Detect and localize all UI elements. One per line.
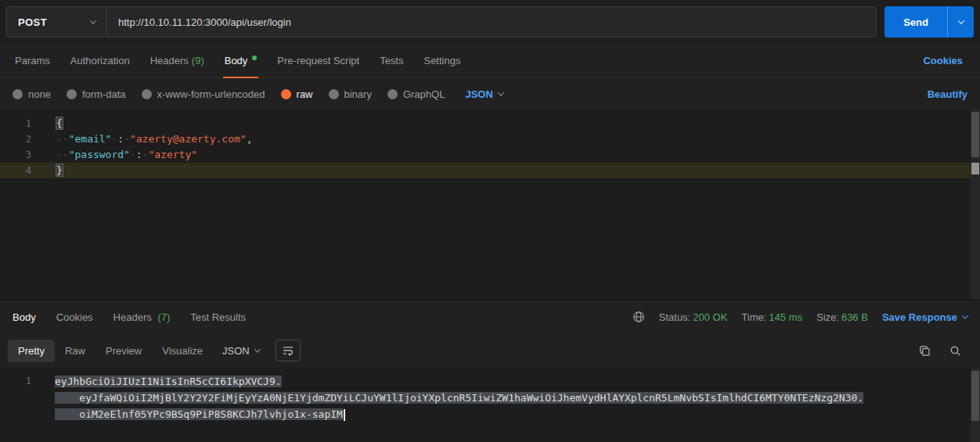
save-response-button[interactable]: Save Response: [882, 311, 967, 323]
wrap-text-button[interactable]: [276, 340, 301, 361]
status-label: Status:: [659, 311, 690, 323]
tab-label: Params: [15, 55, 50, 66]
tab-headers[interactable]: Headers (9): [140, 44, 214, 77]
tab-label: Pre-request Script: [277, 55, 359, 66]
request-body-editor[interactable]: 1 { 2 ··"email"·:·"azerty@azerty.com", 3…: [0, 110, 980, 300]
unsaved-changes-dot: [252, 56, 257, 60]
scrollbar-thumb[interactable]: [971, 112, 979, 157]
code-token: :: [136, 149, 142, 160]
send-button-group: Send: [885, 6, 974, 38]
response-body-viewer[interactable]: 1 eyJhbGciOiJIUzI1NiIsInR5cCI6IkpXVCJ9. …: [0, 368, 980, 442]
scrollbar-thumb[interactable]: [971, 371, 979, 421]
status-badge: Status:200 OK: [659, 311, 728, 323]
radio-icon: [67, 89, 77, 99]
cookies-link[interactable]: Cookies: [923, 55, 963, 66]
tab-tests[interactable]: Tests: [369, 44, 413, 77]
body-type-options: none form-data x-www-form-urlencoded raw…: [0, 78, 980, 110]
copy-response-button[interactable]: [919, 345, 931, 357]
body-type-graphql[interactable]: GraphQL: [387, 88, 445, 100]
chevron-down-icon: [90, 17, 96, 23]
code-token: "email": [69, 133, 112, 145]
radio-label: form-data: [82, 88, 126, 100]
tab-settings[interactable]: Settings: [413, 44, 470, 77]
response-scrollbar[interactable]: [971, 368, 980, 442]
response-code: eyJfaWQiOiI2MjBlY2Y2Y2FiMjEyYzA0NjE1Yjdm…: [39, 390, 863, 406]
body-type-none[interactable]: none: [13, 88, 51, 100]
code-token: "azerty": [148, 149, 197, 160]
size-label: Size:: [816, 311, 839, 323]
method-dropdown[interactable]: POST: [7, 7, 107, 37]
line-number: 1: [0, 373, 39, 390]
body-type-raw[interactable]: raw: [281, 88, 313, 100]
radio-label: GraphQL: [403, 88, 445, 100]
radio-label: binary: [344, 88, 372, 100]
radio-selected-icon: [281, 89, 291, 99]
response-format-dropdown[interactable]: JSON: [213, 340, 269, 362]
request-tabs: Params Authorization Headers (9) Body Pr…: [0, 44, 980, 78]
tab-label: Settings: [423, 55, 460, 66]
view-visualize-button[interactable]: Visualize: [152, 340, 213, 362]
tab-label: Test Results: [190, 311, 246, 323]
response-code: eyJhbGciOiJIUzI1NiIsInR5cCI6IkpXVCJ9.: [39, 373, 282, 390]
jwt-token-segment: eyJhbGciOiJIUzI1NiIsInR5cCI6IkpXVCJ9.: [55, 376, 282, 387]
tab-label: Authorization: [70, 55, 130, 66]
tab-label: Body: [225, 55, 248, 66]
time-value: 145 ms: [769, 311, 802, 323]
body-language-dropdown[interactable]: JSON: [465, 88, 503, 100]
line-number: 3: [0, 147, 39, 163]
response-view-toolbar: Pretty Raw Preview Visualize JSON: [0, 333, 980, 368]
code-content: ··"password"·:·"azerty": [39, 147, 197, 163]
code-content: ··"email"·:·"azerty@azerty.com",: [39, 131, 252, 147]
response-header: Body Cookies Headers (7) Test Results St…: [0, 300, 980, 333]
language-label: JSON: [465, 88, 492, 100]
method-label: POST: [18, 16, 47, 28]
view-pretty-button[interactable]: Pretty: [8, 340, 55, 362]
search-response-button[interactable]: [949, 345, 961, 357]
beautify-link[interactable]: Beautify: [928, 88, 967, 100]
code-token: ··: [56, 149, 69, 160]
response-tab-cookies[interactable]: Cookies: [56, 311, 93, 323]
wrap-text-icon: [282, 344, 294, 357]
body-type-binary[interactable]: binary: [329, 88, 372, 100]
code-token: ,: [247, 133, 253, 145]
code-token: ··: [56, 133, 69, 145]
headers-count: (7): [157, 311, 170, 323]
text-cursor: [344, 409, 345, 421]
time-badge: Time:145 ms: [741, 311, 802, 323]
radio-icon: [329, 89, 339, 99]
tab-body[interactable]: Body: [214, 44, 268, 77]
chevron-down-icon: [962, 312, 968, 318]
body-type-x-www-form-urlencoded[interactable]: x-www-form-urlencoded: [142, 88, 265, 100]
tab-params[interactable]: Params: [5, 44, 60, 77]
tab-authorization[interactable]: Authorization: [60, 44, 140, 77]
send-options-button[interactable]: [947, 6, 974, 38]
code-token: :: [117, 133, 124, 145]
tab-label: Cookies: [56, 311, 93, 323]
line-number: 4: [0, 163, 39, 178]
response-line-1-wrap-b: oiM2eElnf05YPc9BSq9PiP8S8KCJh7lvhjo1x-sa…: [0, 406, 980, 422]
tab-pre-request-script[interactable]: Pre-request Script: [267, 44, 369, 77]
body-type-form-data[interactable]: form-data: [67, 88, 126, 100]
radio-label: x-www-form-urlencoded: [157, 88, 265, 100]
view-preview-button[interactable]: Preview: [95, 340, 152, 362]
send-button[interactable]: Send: [885, 6, 947, 38]
url-input[interactable]: [107, 7, 876, 37]
code-line-3: 3 ··"password"·:·"azerty": [0, 147, 980, 163]
response-tab-headers[interactable]: Headers (7): [113, 311, 171, 323]
line-number-empty: [0, 406, 39, 422]
response-tab-test-results[interactable]: Test Results: [190, 311, 246, 323]
code-token: ·: [124, 133, 130, 145]
copy-icon: [919, 345, 931, 357]
view-raw-button[interactable]: Raw: [55, 340, 95, 362]
editor-scrollbar[interactable]: [971, 110, 980, 300]
response-tab-body[interactable]: Body: [13, 311, 36, 323]
network-globe-icon[interactable]: [632, 311, 645, 323]
code-token: ·: [130, 149, 136, 160]
jwt-token-segment: eyJfaWQiOiI2MjBlY2Y2Y2FiMjEyYzA0NjE1Yjdm…: [79, 392, 863, 404]
status-value: 200 OK: [693, 311, 727, 323]
selected-text: eyJhbGciOiJIUzI1NiIsInR5cCI6IkpXVCJ9.: [55, 376, 282, 387]
wrap-indent: [55, 392, 79, 404]
tab-label: Headers: [150, 55, 189, 66]
tab-label: Tests: [380, 55, 403, 66]
tab-label: Body: [13, 311, 36, 323]
